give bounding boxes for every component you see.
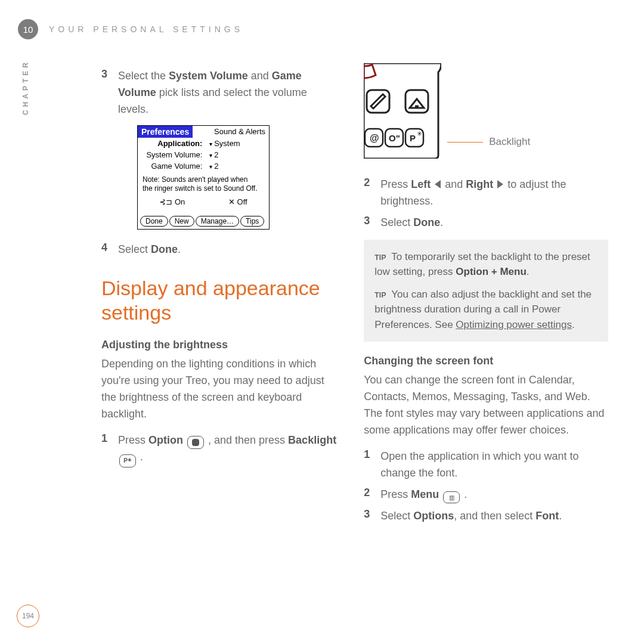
step-text: Select the System Volume and Game Volume… [118, 68, 340, 118]
gamevol-label: Game Volume: [138, 160, 206, 172]
device-illustration: @ O" P ✳ [364, 63, 441, 159]
chapter-side-label: CHAPTER [21, 60, 30, 115]
step-text: Select Options, and then select Font. [380, 508, 562, 525]
subheading-font: Changing the screen font [364, 355, 608, 367]
step-text: Open the application in which you want t… [380, 448, 608, 482]
step-number: 3 [101, 68, 112, 118]
optimizing-power-link[interactable]: Optimizing power settings [456, 319, 572, 330]
screenshot-note: Note: Sounds aren't played when [143, 175, 264, 185]
backlight-callout: Backlight [489, 136, 530, 148]
screenshot-note: the ringer switch is set to Sound Off. [143, 184, 264, 194]
left-arrow-icon [435, 180, 441, 188]
gamevol-value: 2 [206, 160, 269, 172]
brightness-paragraph: Depending on the lighting conditions in … [101, 356, 340, 423]
font-paragraph: You can change the screen font in Calend… [364, 372, 608, 439]
svg-text:O": O" [389, 133, 400, 143]
screenshot-section: Sound & Alerts [193, 126, 269, 138]
step-text: Select Done. [380, 215, 443, 231]
chapter-badge: 10 [18, 19, 38, 39]
step-number: 1 [364, 448, 374, 482]
on-label: ⊰⊐ On [159, 197, 185, 206]
subheading-brightness: Adjusting the brightness [101, 339, 340, 351]
app-value: System [206, 138, 269, 149]
sysvol-value: 2 [206, 149, 269, 160]
screenshot-manage-button: Manage… [196, 216, 239, 227]
svg-text:✳: ✳ [417, 130, 422, 137]
section-heading: Display and appearance settings [101, 276, 340, 325]
svg-text:@: @ [370, 133, 379, 143]
svg-text:P: P [410, 133, 416, 143]
app-label: Application: [138, 138, 206, 149]
step-text: Press Left and Right to adjust the brigh… [380, 177, 608, 210]
step-number: 3 [364, 215, 374, 231]
screenshot-tips-button: Tips [240, 216, 264, 227]
off-label: ✕ Off [228, 197, 247, 206]
screenshot-done-button: Done [140, 216, 168, 227]
option-key-icon [187, 436, 204, 449]
right-arrow-icon [497, 180, 503, 188]
tip-box: TIP To temporarily set the backlight to … [364, 240, 608, 342]
step-text: Press Menu ▥ . [380, 487, 467, 504]
step-text: Select Done. [118, 242, 181, 258]
tip-label: TIP [374, 253, 386, 262]
step-number: 3 [364, 508, 374, 525]
screenshot-title: Preferences [138, 126, 193, 138]
preferences-screenshot: Preferences Sound & Alerts Application:S… [137, 125, 270, 230]
step-number: 1 [101, 432, 112, 467]
step-number: 2 [364, 487, 374, 504]
step-number: 2 [364, 177, 374, 210]
callout-line [447, 142, 483, 143]
screenshot-new-button: New [169, 216, 194, 227]
page-number: 194 [17, 605, 39, 627]
page-title: YOUR PERSONAL SETTINGS [49, 24, 243, 34]
backlight-key-icon: P✳ [119, 454, 136, 467]
step-number: 4 [101, 242, 112, 258]
step-text: Press Option , and then press Backlight … [118, 432, 340, 467]
tip-label: TIP [374, 291, 386, 299]
menu-key-icon: ▥ [443, 491, 460, 503]
sysvol-label: System Volume: [138, 149, 206, 160]
